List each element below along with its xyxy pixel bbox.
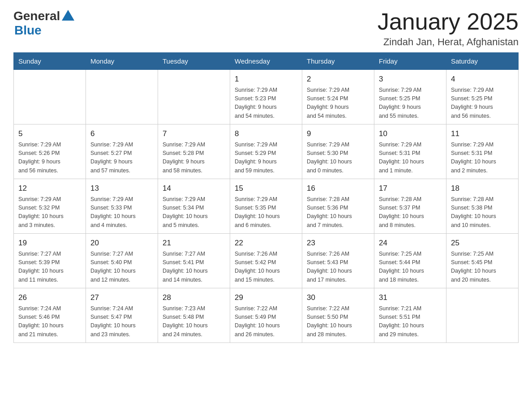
calendar-cell: 5Sunrise: 7:29 AM Sunset: 5:26 PM Daylig… xyxy=(14,124,86,179)
title-area: January 2025 Zindah Jan, Herat, Afghanis… xyxy=(378,9,519,48)
day-number: 17 xyxy=(379,183,442,194)
day-number: 14 xyxy=(163,183,225,194)
day-number: 19 xyxy=(18,237,81,249)
calendar-cell: 29Sunrise: 7:22 AM Sunset: 5:49 PM Dayli… xyxy=(230,288,302,343)
day-info: Sunrise: 7:29 AM Sunset: 5:24 PM Dayligh… xyxy=(307,86,369,121)
day-number: 29 xyxy=(235,292,297,304)
day-info: Sunrise: 7:24 AM Sunset: 5:47 PM Dayligh… xyxy=(90,304,153,339)
day-number: 3 xyxy=(379,73,442,85)
week-row-3: 12Sunrise: 7:29 AM Sunset: 5:32 PM Dayli… xyxy=(14,179,519,234)
day-info: Sunrise: 7:29 AM Sunset: 5:33 PM Dayligh… xyxy=(90,195,153,230)
calendar-cell: 12Sunrise: 7:29 AM Sunset: 5:32 PM Dayli… xyxy=(14,179,86,234)
day-number: 18 xyxy=(451,183,514,194)
calendar-cell: 2Sunrise: 7:29 AM Sunset: 5:24 PM Daylig… xyxy=(302,70,374,124)
day-number: 27 xyxy=(90,292,153,304)
calendar-cell: 4Sunrise: 7:29 AM Sunset: 5:25 PM Daylig… xyxy=(446,70,519,124)
calendar-cell xyxy=(446,288,519,343)
day-info: Sunrise: 7:26 AM Sunset: 5:42 PM Dayligh… xyxy=(235,250,297,285)
day-info: Sunrise: 7:29 AM Sunset: 5:23 PM Dayligh… xyxy=(235,86,297,121)
day-number: 10 xyxy=(379,128,442,140)
day-number: 23 xyxy=(307,237,369,249)
day-info: Sunrise: 7:24 AM Sunset: 5:46 PM Dayligh… xyxy=(18,304,81,339)
header-saturday: Saturday xyxy=(446,53,519,70)
day-number: 1 xyxy=(235,73,297,85)
logo-triangle-icon xyxy=(62,10,74,21)
day-info: Sunrise: 7:29 AM Sunset: 5:29 PM Dayligh… xyxy=(235,141,297,176)
calendar-cell: 18Sunrise: 7:28 AM Sunset: 5:38 PM Dayli… xyxy=(446,179,519,234)
calendar-cell xyxy=(14,70,86,124)
day-info: Sunrise: 7:29 AM Sunset: 5:31 PM Dayligh… xyxy=(451,141,514,176)
header: General Blue January 2025 Zindah Jan, He… xyxy=(13,9,519,48)
day-number: 22 xyxy=(235,237,297,249)
header-wednesday: Wednesday xyxy=(230,53,302,70)
calendar-cell: 21Sunrise: 7:27 AM Sunset: 5:41 PM Dayli… xyxy=(158,234,230,288)
day-number: 31 xyxy=(379,292,442,304)
day-info: Sunrise: 7:29 AM Sunset: 5:28 PM Dayligh… xyxy=(163,141,225,176)
calendar-cell: 3Sunrise: 7:29 AM Sunset: 5:25 PM Daylig… xyxy=(374,70,446,124)
day-number: 16 xyxy=(307,183,369,194)
calendar-cell: 16Sunrise: 7:28 AM Sunset: 5:36 PM Dayli… xyxy=(302,179,374,234)
day-number: 5 xyxy=(18,128,81,140)
day-info: Sunrise: 7:28 AM Sunset: 5:36 PM Dayligh… xyxy=(307,195,369,230)
day-number: 13 xyxy=(90,183,153,194)
calendar-cell: 23Sunrise: 7:26 AM Sunset: 5:43 PM Dayli… xyxy=(302,234,374,288)
calendar-cell: 7Sunrise: 7:29 AM Sunset: 5:28 PM Daylig… xyxy=(158,124,230,179)
calendar-cell: 8Sunrise: 7:29 AM Sunset: 5:29 PM Daylig… xyxy=(230,124,302,179)
day-info: Sunrise: 7:29 AM Sunset: 5:32 PM Dayligh… xyxy=(18,195,81,230)
day-number: 28 xyxy=(163,292,225,304)
calendar-cell: 20Sunrise: 7:27 AM Sunset: 5:40 PM Dayli… xyxy=(86,234,158,288)
day-info: Sunrise: 7:28 AM Sunset: 5:38 PM Dayligh… xyxy=(451,195,514,230)
day-info: Sunrise: 7:29 AM Sunset: 5:34 PM Dayligh… xyxy=(163,195,225,230)
day-info: Sunrise: 7:27 AM Sunset: 5:41 PM Dayligh… xyxy=(163,250,225,285)
day-info: Sunrise: 7:29 AM Sunset: 5:35 PM Dayligh… xyxy=(235,195,297,230)
calendar-location: Zindah Jan, Herat, Afghanistan xyxy=(378,36,519,48)
day-number: 12 xyxy=(18,183,81,194)
calendar-cell xyxy=(158,70,230,124)
day-info: Sunrise: 7:25 AM Sunset: 5:44 PM Dayligh… xyxy=(379,250,442,285)
calendar-cell: 13Sunrise: 7:29 AM Sunset: 5:33 PM Dayli… xyxy=(86,179,158,234)
calendar-cell: 10Sunrise: 7:29 AM Sunset: 5:31 PM Dayli… xyxy=(374,124,446,179)
day-number: 2 xyxy=(307,73,369,85)
day-number: 9 xyxy=(307,128,369,140)
day-number: 25 xyxy=(451,237,514,249)
day-number: 8 xyxy=(235,128,297,140)
day-info: Sunrise: 7:29 AM Sunset: 5:30 PM Dayligh… xyxy=(307,141,369,176)
header-monday: Monday xyxy=(86,53,158,70)
calendar-cell: 6Sunrise: 7:29 AM Sunset: 5:27 PM Daylig… xyxy=(86,124,158,179)
logo: General Blue xyxy=(13,9,74,38)
calendar-cell: 11Sunrise: 7:29 AM Sunset: 5:31 PM Dayli… xyxy=(446,124,519,179)
calendar-cell: 31Sunrise: 7:21 AM Sunset: 5:51 PM Dayli… xyxy=(374,288,446,343)
day-number: 11 xyxy=(451,128,514,140)
day-number: 20 xyxy=(90,237,153,249)
day-number: 4 xyxy=(451,73,514,85)
calendar-cell: 24Sunrise: 7:25 AM Sunset: 5:44 PM Dayli… xyxy=(374,234,446,288)
calendar-cell: 26Sunrise: 7:24 AM Sunset: 5:46 PM Dayli… xyxy=(14,288,86,343)
week-row-1: 1Sunrise: 7:29 AM Sunset: 5:23 PM Daylig… xyxy=(14,70,519,124)
header-thursday: Thursday xyxy=(302,53,374,70)
header-sunday: Sunday xyxy=(14,53,86,70)
day-info: Sunrise: 7:27 AM Sunset: 5:39 PM Dayligh… xyxy=(18,250,81,285)
day-number: 24 xyxy=(379,237,442,249)
calendar-cell: 27Sunrise: 7:24 AM Sunset: 5:47 PM Dayli… xyxy=(86,288,158,343)
day-info: Sunrise: 7:29 AM Sunset: 5:26 PM Dayligh… xyxy=(18,141,81,176)
logo-blue-text: Blue xyxy=(14,23,42,38)
day-number: 6 xyxy=(90,128,153,140)
logo-general-text: General xyxy=(13,9,60,23)
day-info: Sunrise: 7:22 AM Sunset: 5:50 PM Dayligh… xyxy=(307,304,369,339)
day-info: Sunrise: 7:29 AM Sunset: 5:27 PM Dayligh… xyxy=(90,141,153,176)
calendar-cell: 30Sunrise: 7:22 AM Sunset: 5:50 PM Dayli… xyxy=(302,288,374,343)
calendar-cell: 28Sunrise: 7:23 AM Sunset: 5:48 PM Dayli… xyxy=(158,288,230,343)
calendar-cell: 22Sunrise: 7:26 AM Sunset: 5:42 PM Dayli… xyxy=(230,234,302,288)
calendar-title: January 2025 xyxy=(378,9,519,34)
day-info: Sunrise: 7:21 AM Sunset: 5:51 PM Dayligh… xyxy=(379,304,442,339)
day-number: 30 xyxy=(307,292,369,304)
day-number: 26 xyxy=(18,292,81,304)
calendar-cell: 15Sunrise: 7:29 AM Sunset: 5:35 PM Dayli… xyxy=(230,179,302,234)
day-info: Sunrise: 7:23 AM Sunset: 5:48 PM Dayligh… xyxy=(163,304,225,339)
calendar-cell: 25Sunrise: 7:25 AM Sunset: 5:45 PM Dayli… xyxy=(446,234,519,288)
day-info: Sunrise: 7:29 AM Sunset: 5:31 PM Dayligh… xyxy=(379,141,442,176)
header-tuesday: Tuesday xyxy=(158,53,230,70)
day-info: Sunrise: 7:25 AM Sunset: 5:45 PM Dayligh… xyxy=(451,250,514,285)
calendar-table: SundayMondayTuesdayWednesdayThursdayFrid… xyxy=(13,52,519,343)
day-info: Sunrise: 7:22 AM Sunset: 5:49 PM Dayligh… xyxy=(235,304,297,339)
